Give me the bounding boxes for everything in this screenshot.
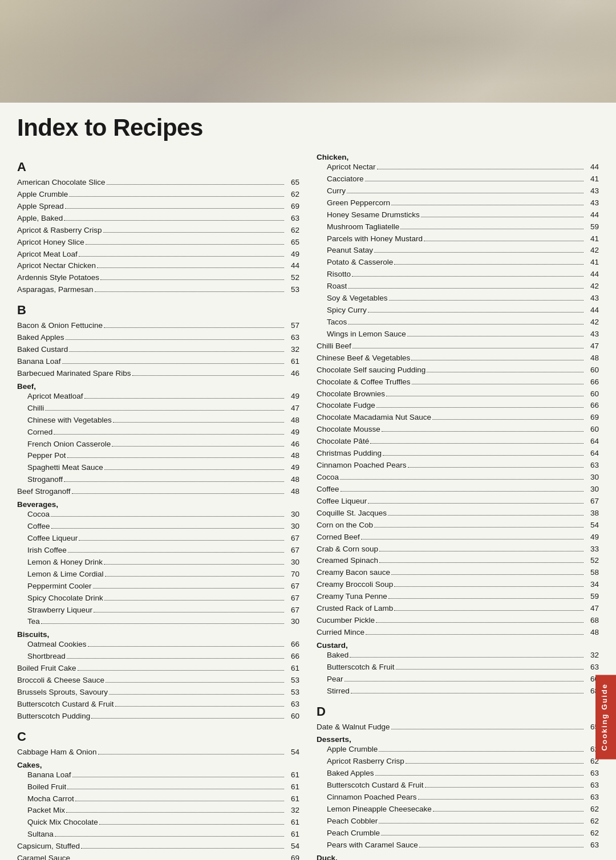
list-item: Coquille St. Jacques38	[317, 508, 599, 520]
list-item: Cabbage Ham & Onion54	[17, 747, 299, 758]
list-item: Baked Apples63	[17, 332, 299, 344]
list-item: Chinese Beef & Vegetables48	[317, 352, 599, 364]
list-item: Butterscotch & Fruit63	[317, 662, 599, 674]
list-item: Capsicum, Stuffed54	[17, 841, 299, 853]
section-A: A American Chocolate Slice65 Apple Crumb…	[17, 160, 299, 296]
list-item: Curry43	[317, 185, 599, 197]
section-C: C Cabbage Ham & Onion54 Cakes, Banana Lo…	[17, 729, 299, 860]
list-item: Creamy Tuna Penne59	[317, 591, 599, 603]
list-item: Baked32	[317, 650, 599, 662]
list-item: Butterscotch Custard & Fruit63	[17, 699, 299, 711]
list-item: Caramel Sauce69	[17, 853, 299, 860]
list-item: Cinnamon Poached Pears63	[317, 460, 599, 472]
list-item: Chocolate Pâté64	[317, 436, 599, 448]
section-B: B Bacon & Onion Fettucine57 Baked Apples…	[17, 303, 299, 723]
list-item: Broccoli & Cheese Sauce53	[17, 675, 299, 687]
list-item: Coffee Liqueur67	[17, 533, 299, 545]
list-item: Corn on the Cob54	[317, 520, 599, 532]
list-item: Creamy Bacon sauce58	[317, 567, 599, 579]
list-item: Pepper Pot48	[17, 450, 299, 462]
list-item: Peach Crumble62	[317, 827, 599, 839]
list-item: Spicy Chocolate Drink67	[17, 593, 299, 605]
list-item: Parcels with Honey Mustard41	[317, 233, 599, 245]
list-item: Risotto44	[317, 269, 599, 281]
list-item: Ardennis Style Potatoes52	[17, 272, 299, 284]
list-item: Banana Loaf61	[17, 769, 299, 781]
list-item: Chocolate Self saucing Pudding60	[317, 364, 599, 376]
category-desserts: Desserts,	[317, 735, 599, 744]
list-item: Chocolate Brownies60	[317, 388, 599, 400]
list-item: Spicy Curry44	[317, 305, 599, 317]
list-item: Chocolate Macadamia Nut Sauce69	[317, 412, 599, 424]
category-duck: Duck,	[317, 854, 599, 860]
list-item: Peppermint Cooler67	[17, 581, 299, 593]
list-item: Cucumber Pickle68	[317, 615, 599, 627]
list-item: Baked Custard32	[17, 344, 299, 356]
list-item: Apricot Nectar Chicken44	[17, 260, 299, 272]
list-item: Strawberry Liqueur67	[17, 605, 299, 616]
list-item: Chilli Beef47	[317, 340, 599, 352]
list-item: Pears with Caramel Sauce63	[317, 839, 599, 851]
list-item: Pear60	[317, 674, 599, 685]
list-item: Chocolate & Coffee Truffles66	[317, 376, 599, 388]
list-item: Brussels Sprouts, Savoury53	[17, 687, 299, 699]
list-item: Apricot Rasberry Crisp62	[317, 756, 599, 768]
list-item: Apple, Baked63	[17, 213, 299, 225]
list-item: Spaghetti Meat Sauce49	[17, 462, 299, 474]
list-item: Christmas Pudding64	[317, 448, 599, 460]
list-item: Barbecued Marinated Spare Ribs46	[17, 368, 299, 380]
list-item: Cinnamon Poached Pears63	[317, 792, 599, 804]
list-item: Cocoa30	[17, 509, 299, 521]
page-title: Index to Recipes	[17, 114, 599, 141]
list-item: Beef Stroganoff48	[17, 486, 299, 498]
list-item: Roast42	[317, 281, 599, 293]
section-chicken: Chicken, Apricot Nectar44 Cacciatore41 C…	[317, 153, 599, 697]
list-item: Tacos42	[317, 317, 599, 328]
list-item: Cacciatore41	[317, 173, 599, 185]
list-item: Asparagas, Parmesan53	[17, 284, 299, 296]
list-item: American Chocolate Slice65	[17, 177, 299, 189]
list-item: Peach Cobbler62	[317, 816, 599, 827]
list-item: Lemon & Lime Cordial70	[17, 569, 299, 581]
list-item: Apricot Nectar44	[317, 161, 599, 173]
list-item: Apple Crumble62	[317, 744, 599, 756]
list-item: Chinese with Vegetables48	[17, 415, 299, 427]
list-item: Apple Spread69	[17, 201, 299, 213]
right-column: Chicken, Apricot Nectar44 Cacciatore41 C…	[317, 153, 599, 860]
list-item: Boiled Fruit Cake61	[17, 663, 299, 675]
list-item: Boiled Fruit61	[17, 781, 299, 793]
left-column: A American Chocolate Slice65 Apple Crumb…	[17, 153, 299, 860]
list-item: Oatmeal Cookies66	[17, 639, 299, 651]
list-item: Chocolate Fudge66	[317, 400, 599, 412]
category-beverages: Beverages,	[17, 500, 299, 509]
list-item: Stroganoff48	[17, 474, 299, 486]
category-custard: Custard,	[317, 641, 599, 650]
section-letter-D: D	[317, 704, 599, 719]
list-item: Corned Beef49	[317, 532, 599, 543]
list-item: Curried Mince48	[317, 627, 599, 639]
side-tab: Cooking Guide	[595, 675, 616, 759]
category-cakes: Cakes,	[17, 761, 299, 769]
list-item: Apricot Meatloaf49	[17, 391, 299, 403]
list-item: Cocoa30	[317, 472, 599, 484]
list-item: Crusted Rack of Lamb47	[317, 603, 599, 615]
list-item: Mocha Carrot61	[17, 793, 299, 805]
list-item: Shortbread66	[17, 651, 299, 663]
list-item: Quick Mix Chocolate61	[17, 817, 299, 829]
content-area: A American Chocolate Slice65 Apple Crumb…	[0, 147, 616, 860]
list-item: Crab & Corn soup33	[317, 543, 599, 555]
list-item: Baked Apples63	[317, 768, 599, 780]
top-image-area	[0, 0, 616, 103]
list-item: French Onion Casserole46	[17, 439, 299, 451]
category-beef: Beef,	[17, 382, 299, 391]
list-item: Coffee30	[317, 484, 599, 496]
list-item: Coffee Liqueur67	[317, 496, 599, 508]
list-item: Corned49	[17, 427, 299, 439]
list-item: Apricot Honey Slice65	[17, 237, 299, 249]
list-item: Date & Walnut Fudge65	[317, 721, 599, 733]
list-item: Packet Mix32	[17, 805, 299, 817]
list-item: Creamed Spinach52	[317, 555, 599, 567]
list-item: Lemon Pineapple Cheesecake62	[317, 804, 599, 816]
section-D: D Date & Walnut Fudge65 Desserts, Apple …	[317, 704, 599, 860]
list-item: Coffee30	[17, 521, 299, 533]
